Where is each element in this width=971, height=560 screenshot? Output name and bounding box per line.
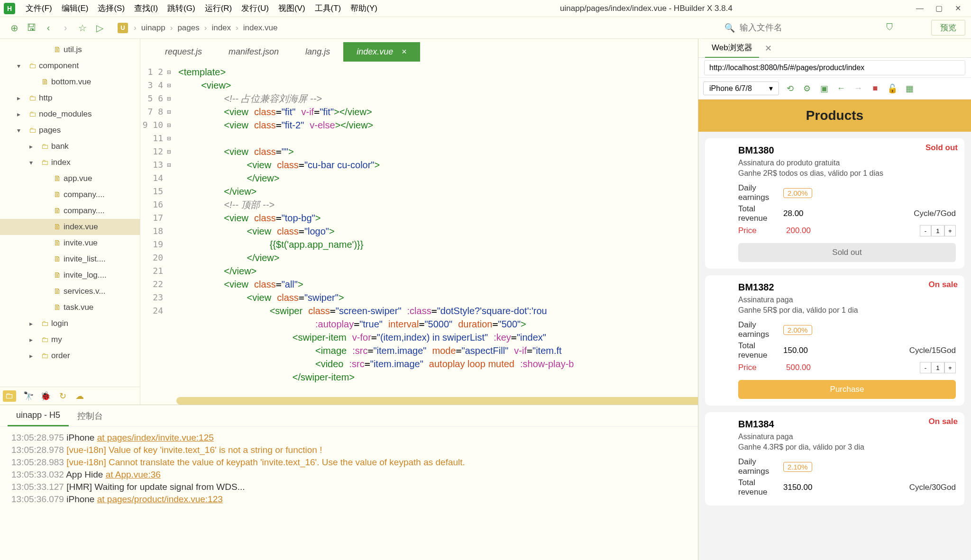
console-tab-app[interactable]: uinapp - H5 (8, 406, 69, 426)
breadcrumb-item[interactable]: uinapp (139, 23, 167, 33)
menu-goto[interactable]: 跳转(G) (163, 3, 200, 14)
forward-icon[interactable]: › (57, 19, 74, 36)
tree-arrow-icon[interactable] (29, 143, 39, 150)
menu-publish[interactable]: 发行(U) (237, 3, 274, 14)
rotate-icon[interactable]: ⟲ (784, 83, 796, 94)
menu-edit[interactable]: 编辑(E) (57, 3, 93, 14)
file-item[interactable]: 🗎index.vue (0, 219, 140, 235)
menu-file[interactable]: 文件(F) (21, 3, 57, 14)
tab-request[interactable]: request.js (152, 42, 215, 62)
tree-item-label: task.vue (64, 303, 93, 312)
menu-select[interactable]: 选择(S) (93, 3, 129, 14)
minimize-button[interactable]: — (910, 4, 929, 13)
new-file-icon[interactable]: ⊕ (6, 19, 23, 36)
qty-plus-button[interactable]: + (944, 362, 956, 373)
tree-arrow-icon[interactable] (29, 336, 39, 343)
breadcrumb-item[interactable]: index (210, 23, 233, 33)
file-item[interactable]: 🗎invite_log.... (0, 267, 140, 283)
debug-icon[interactable]: 🐞 (37, 391, 54, 401)
console-tab-general[interactable]: 控制台 (69, 406, 111, 426)
qty-minus-button[interactable]: - (920, 362, 931, 373)
binoculars-icon[interactable]: 🔭 (20, 391, 37, 401)
search-icon[interactable]: 🔍 (724, 23, 735, 33)
file-item[interactable]: 🗎bottom.vue (0, 74, 140, 90)
grid-icon[interactable]: ▦ (903, 83, 916, 94)
explorer-icon[interactable]: 🗀 (3, 390, 16, 402)
filter-icon[interactable]: ⛉ (886, 23, 894, 33)
folder-item[interactable]: 🗀bank (0, 138, 140, 154)
screenshot-icon[interactable]: ▣ (818, 83, 830, 94)
menu-run[interactable]: 运行(R) (200, 3, 237, 14)
gear-icon[interactable]: ⚙ (801, 83, 813, 94)
qty-minus-button[interactable]: - (920, 225, 931, 236)
file-item[interactable]: 🗎services.v... (0, 283, 140, 299)
folder-item[interactable]: 🗀pages (0, 122, 140, 138)
breadcrumb-item[interactable]: pages (175, 23, 201, 33)
folder-item[interactable]: 🗀node_modules (0, 106, 140, 122)
folder-item[interactable]: 🗀http (0, 90, 140, 106)
product-action-button[interactable]: Purchase (738, 380, 956, 399)
tree-arrow-icon[interactable] (17, 126, 27, 134)
tree-item-label: app.vue (64, 174, 92, 183)
product-action-button[interactable]: Sold out (738, 243, 956, 262)
close-tab-icon[interactable]: × (402, 47, 407, 56)
star-icon[interactable]: ☆ (74, 19, 91, 36)
breadcrumb: U › uinapp › pages › index › index.vue (118, 23, 280, 33)
qty-stepper[interactable]: -+ (920, 225, 956, 236)
folder-item[interactable]: 🗀my (0, 332, 140, 348)
folder-item[interactable]: 🗀order (0, 348, 140, 364)
tree-arrow-icon[interactable] (17, 94, 27, 102)
qty-plus-button[interactable]: + (944, 225, 956, 236)
close-button[interactable]: ✕ (948, 4, 967, 13)
preview-forward-icon[interactable]: → (852, 83, 864, 93)
product-pct: 2.00% (783, 188, 812, 198)
phone-viewport[interactable]: Products Sold out BM1380 Assinatura do p… (698, 99, 971, 560)
maximize-button[interactable]: ▢ (929, 4, 948, 13)
file-item[interactable]: 🗎invite.vue (0, 235, 140, 251)
breadcrumb-item[interactable]: index.vue (241, 23, 280, 33)
qty-input[interactable] (931, 225, 944, 236)
tree-arrow-icon[interactable] (17, 110, 27, 118)
tab-lang[interactable]: lang.js (292, 42, 343, 62)
refresh-icon[interactable]: ↻ (54, 391, 71, 401)
file-item[interactable]: 🗎util.js (0, 42, 140, 58)
lock-icon[interactable]: 🔓 (886, 83, 898, 94)
qty-stepper[interactable]: -+ (920, 362, 956, 373)
qty-input[interactable] (931, 362, 944, 373)
preview-stop-icon[interactable]: ■ (869, 83, 881, 93)
folder-item[interactable]: 🗀component (0, 58, 140, 74)
tab-index[interactable]: index.vue× (343, 42, 420, 62)
run-icon[interactable]: ▷ (91, 19, 108, 36)
cloud-icon[interactable]: ☁ (71, 391, 88, 401)
fold-column[interactable]: ⊟ ⊟ ⊟ ⊟ ⊟ ⊟ ⊟ ⊟ (167, 62, 176, 397)
tree-arrow-icon[interactable] (29, 352, 39, 360)
folder-item[interactable]: 🗀index (0, 154, 140, 171)
menu-view[interactable]: 视图(V) (274, 3, 310, 14)
tree-item-label: invite_log.... (64, 271, 107, 280)
product-cycle: Cycle/15God (909, 346, 956, 355)
preview-tab-label[interactable]: Web浏览器 (705, 38, 759, 58)
file-item[interactable]: 🗎company.... (0, 203, 140, 219)
tree-arrow-icon[interactable] (29, 159, 39, 166)
folder-icon: 🗀 (39, 158, 51, 167)
folder-item[interactable]: 🗀login (0, 316, 140, 332)
preview-panel: Web浏览器 ✕ iPhone 6/7/8▾ ⟲ ⚙ ▣ ← → ■ 🔓 ▦ P… (698, 39, 971, 560)
preview-url-input[interactable] (704, 60, 965, 75)
tree-arrow-icon[interactable] (17, 62, 27, 70)
device-select[interactable]: iPhone 6/7/8▾ (703, 81, 779, 95)
file-item[interactable]: 🗎invite_list.... (0, 251, 140, 267)
menu-help[interactable]: 帮助(Y) (346, 3, 382, 14)
preview-tab-close-icon[interactable]: ✕ (765, 43, 772, 54)
search-input[interactable] (740, 23, 882, 33)
tab-manifest[interactable]: manifest.json (215, 42, 292, 62)
file-item[interactable]: 🗎company.... (0, 187, 140, 203)
menu-find[interactable]: 查找(I) (129, 3, 163, 14)
preview-back-icon[interactable]: ← (835, 83, 847, 93)
save-icon[interactable]: 🖫 (23, 19, 40, 36)
file-item[interactable]: 🗎task.vue (0, 299, 140, 316)
menu-tools[interactable]: 工具(T) (310, 3, 346, 14)
tree-arrow-icon[interactable] (29, 320, 39, 327)
back-icon[interactable]: ‹ (40, 19, 57, 36)
file-item[interactable]: 🗎app.vue (0, 171, 140, 187)
preview-button[interactable]: 预览 (931, 20, 965, 36)
